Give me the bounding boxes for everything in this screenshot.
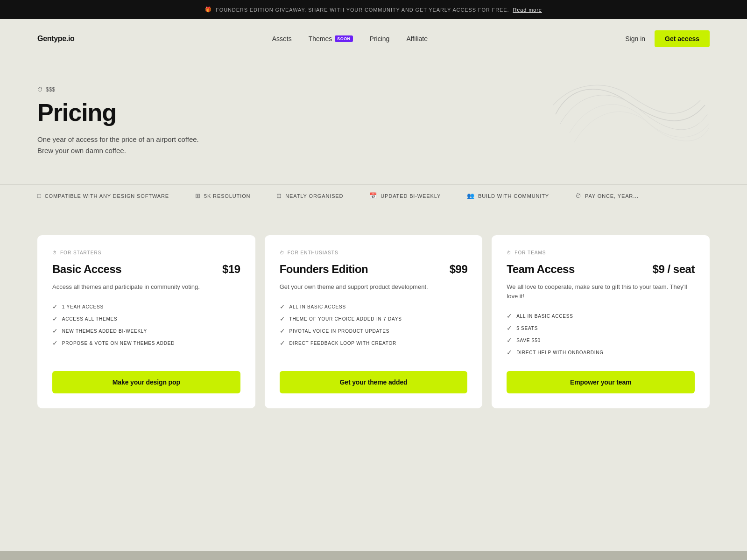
- feature-icon-3: 📅: [369, 192, 377, 199]
- nav-item-themes[interactable]: Themes SOON: [309, 35, 353, 43]
- feature-label-0: COMPATIBLE WITH ANY DESIGN SOFTWARE: [45, 193, 169, 199]
- feature-strip: □ COMPATIBLE WITH ANY DESIGN SOFTWARE ⊞ …: [0, 184, 747, 207]
- card-label-team: ⏱ FOR TEAMS: [507, 250, 695, 255]
- features-list-founders: ✓ ALL IN BASIC ACCESS ✓ THEME OF YOUR CH…: [280, 303, 468, 347]
- nav-link-themes[interactable]: Themes SOON: [309, 35, 353, 42]
- card-label-basic: ⏱ FOR STARTERS: [52, 250, 240, 255]
- hero-decoration: [551, 77, 710, 152]
- nav-actions: Sign in Get access: [625, 30, 710, 47]
- card-team: ⏱ FOR TEAMS Team Access $9 / seat We all…: [492, 235, 710, 408]
- pricing-section: ⏱ FOR STARTERS Basic Access $19 Access a…: [0, 235, 747, 446]
- card-header-founders: Founders Edition $99: [280, 263, 468, 276]
- feature-team-0: ✓ ALL IN BASIC ACCESS: [507, 312, 695, 320]
- feature-label-5: PAY ONCE, YEAR...: [585, 193, 639, 199]
- check-icon: ✓: [507, 349, 513, 356]
- card-title-basic: Basic Access: [52, 263, 121, 276]
- feature-item-1: ⊞ 5K RESOLUTION: [182, 192, 263, 199]
- feature-founders-1: ✓ THEME OF YOUR CHOICE ADDED IN 7 DAYS: [280, 315, 468, 322]
- card-founders: ⏱ FOR ENTHUSIASTS Founders Edition $99 G…: [265, 235, 483, 408]
- check-icon: ✓: [507, 324, 513, 332]
- check-icon: ✓: [52, 315, 58, 322]
- features-list-basic: ✓ 1 YEAR ACCESS ✓ ACCESS ALL THEMES ✓ NE…: [52, 303, 240, 347]
- check-icon: ✓: [280, 315, 286, 322]
- announcement-text: FOUNDERS EDITION GIVEAWAY. SHARE WITH YO…: [216, 7, 509, 13]
- card-desc-team: We all love to cooperate, make sure to g…: [507, 282, 695, 301]
- check-icon: ✓: [507, 336, 513, 344]
- feature-icon-0: □: [37, 192, 42, 199]
- nav-item-affiliate[interactable]: Affiliate: [406, 35, 428, 43]
- nav-link-affiliate[interactable]: Affiliate: [406, 35, 428, 42]
- card-title-founders: Founders Edition: [280, 263, 368, 276]
- card-basic: ⏱ FOR STARTERS Basic Access $19 Access a…: [37, 235, 255, 408]
- card-label-icon-team: ⏱: [507, 250, 512, 255]
- soon-badge: SOON: [335, 35, 352, 42]
- feature-basic-1: ✓ ACCESS ALL THEMES: [52, 315, 240, 322]
- check-icon: ✓: [507, 312, 513, 320]
- card-header-team: Team Access $9 / seat: [507, 263, 695, 276]
- logo[interactable]: Gentype.io: [37, 35, 74, 43]
- cta-founders[interactable]: Get your theme added: [280, 371, 468, 393]
- announcement-link[interactable]: Read more: [513, 7, 542, 13]
- feature-icon-5: ⏱: [575, 192, 582, 199]
- feature-label-4: BUILD WITH COMMUNITY: [478, 193, 549, 199]
- feature-label-2: NEATLY ORGANISED: [285, 193, 343, 199]
- feature-basic-2: ✓ NEW THEMES ADDED BI-WEEKLY: [52, 327, 240, 335]
- feature-founders-2: ✓ PIVOTAL VOICE IN PRODUCT UPDATES: [280, 327, 468, 335]
- card-desc-founders: Get your own theme and support product d…: [280, 282, 468, 292]
- feature-icon-1: ⊞: [195, 192, 201, 199]
- card-label-icon-founders: ⏱: [280, 250, 285, 255]
- nav-item-assets[interactable]: Assets: [272, 35, 292, 43]
- check-icon: ✓: [280, 303, 286, 310]
- navbar: Gentype.io Assets Themes SOON Pricing Af…: [0, 19, 747, 58]
- card-label-icon-basic: ⏱: [52, 250, 57, 255]
- nav-links: Assets Themes SOON Pricing Affiliate: [272, 35, 428, 43]
- nav-link-assets[interactable]: Assets: [272, 35, 292, 42]
- feature-item-2: ⊡ NEATLY ORGANISED: [263, 192, 356, 199]
- check-icon: ✓: [280, 327, 286, 335]
- announcement-icon: 🎁: [205, 7, 212, 13]
- card-price-basic: $19: [222, 263, 240, 276]
- cta-basic[interactable]: Make your design pop: [52, 371, 240, 393]
- feature-basic-3: ✓ PROPOSE & VOTE ON NEW THEMES ADDED: [52, 339, 240, 347]
- card-header-basic: Basic Access $19: [52, 263, 240, 276]
- feature-item-0: □ COMPATIBLE WITH ANY DESIGN SOFTWARE: [37, 192, 182, 199]
- hero-label-text: $$$: [46, 86, 55, 93]
- feature-item-4: 👥 BUILD WITH COMMUNITY: [454, 192, 562, 199]
- announcement-bar: 🎁 FOUNDERS EDITION GIVEAWAY. SHARE WITH …: [0, 0, 747, 19]
- nav-item-pricing[interactable]: Pricing: [370, 35, 390, 43]
- card-price-founders: $99: [450, 263, 468, 276]
- feature-basic-0: ✓ 1 YEAR ACCESS: [52, 303, 240, 310]
- cards-grid: ⏱ FOR STARTERS Basic Access $19 Access a…: [37, 235, 710, 408]
- get-access-button[interactable]: Get access: [655, 30, 710, 47]
- feature-icon-4: 👥: [467, 192, 475, 199]
- feature-team-3: ✓ DIRECT HELP WITH ONBOARDING: [507, 349, 695, 356]
- card-label-founders: ⏱ FOR ENTHUSIASTS: [280, 250, 468, 255]
- feature-team-1: ✓ 5 SEATS: [507, 324, 695, 332]
- feature-icon-2: ⊡: [276, 192, 282, 199]
- feature-team-2: ✓ SAVE $50: [507, 336, 695, 344]
- hero-section: ⏱ $$$ Pricing One year of access for the…: [0, 58, 747, 175]
- feature-founders-3: ✓ DIRECT FEEDBACK LOOP WITH CREATOR: [280, 339, 468, 347]
- sign-in-button[interactable]: Sign in: [625, 35, 645, 42]
- main-wrapper: Gentype.io Assets Themes SOON Pricing Af…: [0, 19, 747, 551]
- card-desc-basic: Access all themes and participate in com…: [52, 282, 240, 292]
- feature-label-3: UPDATED BI-WEEKLY: [381, 193, 441, 199]
- card-price-team: $9 / seat: [653, 263, 695, 276]
- cta-team[interactable]: Empower your team: [507, 371, 695, 393]
- check-icon: ✓: [280, 339, 286, 347]
- feature-item-3: 📅 UPDATED BI-WEEKLY: [356, 192, 454, 199]
- check-icon: ✓: [52, 303, 58, 310]
- feature-label-1: 5K RESOLUTION: [204, 193, 250, 199]
- feature-item-5: ⏱ PAY ONCE, YEAR...: [562, 192, 652, 199]
- feature-founders-0: ✓ ALL IN BASIC ACCESS: [280, 303, 468, 310]
- card-title-team: Team Access: [507, 263, 574, 276]
- hero-label-icon: ⏱: [37, 86, 43, 93]
- check-icon: ✓: [52, 327, 58, 335]
- features-list-team: ✓ ALL IN BASIC ACCESS ✓ 5 SEATS ✓ SAVE $…: [507, 312, 695, 356]
- check-icon: ✓: [52, 339, 58, 347]
- nav-link-pricing[interactable]: Pricing: [370, 35, 390, 42]
